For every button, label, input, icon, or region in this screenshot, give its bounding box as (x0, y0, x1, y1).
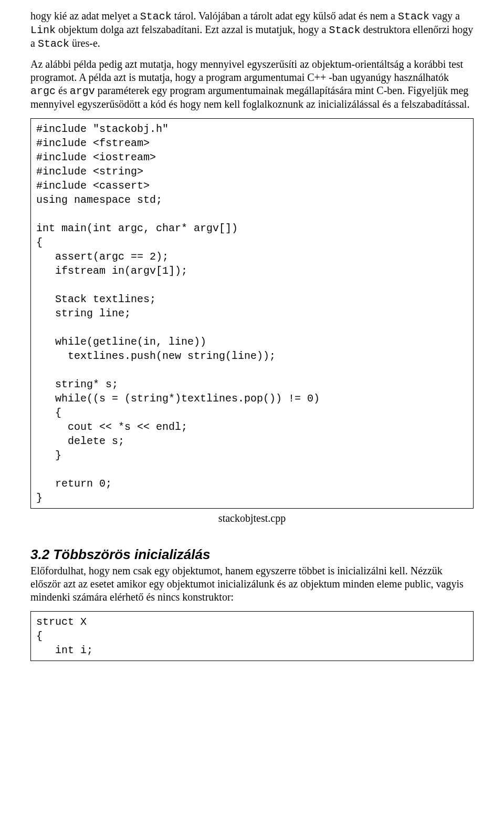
code-listing-1: #include "stackobj.h" #include <fstream>… (30, 118, 474, 509)
paragraph-3: Előfordulhat, hogy nem csak egy objektum… (30, 564, 474, 604)
text: tárol. Valójában a tárolt adat egy külső… (172, 10, 398, 22)
paragraph-1: hogy kié az adat melyet a Stack tárol. V… (30, 9, 474, 50)
paragraph-2: Az alábbi példa pedig azt mutatja, hogy … (30, 58, 474, 111)
text: üres-e. (69, 37, 100, 49)
inline-code: Stack (140, 11, 172, 23)
inline-code: Stack (38, 38, 69, 50)
inline-code: argv (70, 85, 95, 97)
text: objektum dolga azt felszabadítani. Ezt a… (56, 24, 329, 35)
inline-code: Stack (329, 24, 360, 36)
code-listing-2: struct X { int i; (30, 611, 474, 661)
inline-code: Link (30, 24, 56, 36)
text: és (56, 85, 70, 96)
section-heading: 3.2 Többszörös inicializálás (30, 546, 474, 563)
code-caption-1: stackobjtest.cpp (30, 512, 474, 525)
text: paraméterek egy program argumentumainak … (30, 85, 469, 110)
inline-code: argc (30, 85, 56, 97)
inline-code: Stack (398, 11, 429, 23)
text: hogy kié az adat melyet a (30, 10, 140, 22)
text: Az alábbi példa pedig azt mutatja, hogy … (30, 58, 463, 83)
text: vagy a (429, 10, 460, 22)
